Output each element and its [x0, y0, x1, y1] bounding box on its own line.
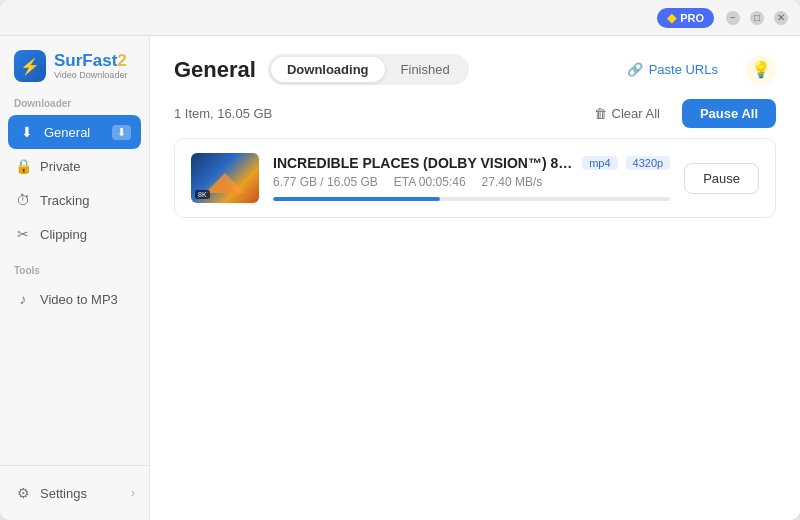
private-icon: 🔒: [14, 158, 32, 174]
app-window: ◆ PRO − □ ✕ ⚡ SurFast2 Video Downloader …: [0, 0, 800, 520]
tab-group: Downloading Finished: [268, 54, 469, 85]
sidebar-item-tracking[interactable]: ⏱ Tracking: [0, 183, 149, 217]
trash-icon: 🗑: [594, 106, 607, 121]
content-area: General Downloading Finished 🔗 Paste URL…: [150, 36, 800, 520]
header-right: 🔗 Paste URLs 💡: [615, 55, 776, 85]
clear-all-button[interactable]: 🗑 Clear All: [582, 100, 672, 127]
speed-stat: 27.40 MB/s: [482, 175, 543, 189]
paste-urls-button[interactable]: 🔗 Paste URLs: [615, 56, 730, 83]
progress-bar: [273, 197, 670, 201]
downloader-section-label: Downloader: [0, 98, 149, 115]
video-title: INCREDIBLE PLACES (DOLBY VISION™) 8K HDR: [273, 155, 574, 171]
music-icon: ♪: [14, 291, 32, 307]
settings-item[interactable]: ⚙ Settings ›: [0, 476, 149, 510]
pro-label: PRO: [680, 12, 704, 24]
content-header: General Downloading Finished 🔗 Paste URL…: [150, 36, 800, 85]
sidebar-item-label-private: Private: [40, 159, 80, 174]
logo-icon: ⚡: [14, 50, 46, 82]
video-stats: 6.77 GB / 16.05 GB ETA 00:05:46 27.40 MB…: [273, 175, 670, 189]
settings-left: ⚙ Settings: [14, 485, 87, 501]
clear-all-label: Clear All: [612, 106, 660, 121]
sidebar-item-label-clipping: Clipping: [40, 227, 87, 242]
maximize-button[interactable]: □: [750, 11, 764, 25]
chevron-right-icon: ›: [131, 486, 135, 500]
logo-sub: Video Downloader: [54, 71, 127, 80]
tab-finished[interactable]: Finished: [385, 57, 466, 82]
settings-icon: ⚙: [14, 485, 32, 501]
title-bar: ◆ PRO − □ ✕: [0, 0, 800, 36]
action-buttons: 🗑 Clear All Pause All: [582, 99, 776, 128]
pro-badge[interactable]: ◆ PRO: [657, 8, 714, 28]
main-layout: ⚡ SurFast2 Video Downloader Downloader ⬇…: [0, 36, 800, 520]
sidebar-footer: ⚙ Settings ›: [0, 465, 149, 520]
sidebar-item-private[interactable]: 🔒 Private: [0, 149, 149, 183]
page-title: General: [174, 57, 256, 83]
diamond-icon: ◆: [667, 11, 676, 25]
format-tag: mp4: [582, 156, 617, 170]
mountain-decoration: [205, 173, 245, 193]
video-info: INCREDIBLE PLACES (DOLBY VISION™) 8K HDR…: [273, 155, 670, 201]
active-badge: ⬇: [112, 125, 131, 140]
minimize-button[interactable]: −: [726, 11, 740, 25]
eta-stat: ETA 00:05:46: [394, 175, 466, 189]
download-icon: ⬇: [18, 124, 36, 140]
page-title-area: General Downloading Finished: [174, 54, 469, 85]
window-controls: − □ ✕: [726, 11, 788, 25]
sidebar-item-clipping[interactable]: ✂ Clipping: [0, 217, 149, 251]
thumb-overlay-text: 8K: [195, 190, 210, 199]
download-list: 8K INCREDIBLE PLACES (DOLBY VISION™) 8K …: [150, 138, 800, 520]
pause-button[interactable]: Pause: [684, 163, 759, 194]
downloaded-stat: 6.77 GB / 16.05 GB: [273, 175, 378, 189]
quality-tag: 4320p: [626, 156, 671, 170]
lightbulb-button[interactable]: 💡: [746, 55, 776, 85]
sidebar-item-video-to-mp3[interactable]: ♪ Video to MP3: [0, 282, 149, 316]
sidebar-item-label-general: General: [44, 125, 90, 140]
item-count: 1 Item, 16.05 GB: [174, 106, 272, 121]
tools-section-label: Tools: [0, 265, 149, 282]
progress-fill: [273, 197, 440, 201]
sidebar: ⚡ SurFast2 Video Downloader Downloader ⬇…: [0, 36, 150, 520]
clipping-icon: ✂: [14, 226, 32, 242]
tab-downloading[interactable]: Downloading: [271, 57, 385, 82]
app-logo: ⚡ SurFast2 Video Downloader: [0, 50, 149, 98]
tracking-icon: ⏱: [14, 192, 32, 208]
video-thumbnail: 8K: [191, 153, 259, 203]
sidebar-item-label-mp3: Video to MP3: [40, 292, 118, 307]
settings-label: Settings: [40, 486, 87, 501]
item-count-bar: 1 Item, 16.05 GB 🗑 Clear All Pause All: [150, 85, 800, 138]
paste-urls-label: Paste URLs: [649, 62, 718, 77]
link-icon: 🔗: [627, 62, 643, 77]
sidebar-item-label-tracking: Tracking: [40, 193, 89, 208]
video-title-row: INCREDIBLE PLACES (DOLBY VISION™) 8K HDR…: [273, 155, 670, 171]
lightbulb-icon: 💡: [751, 60, 771, 79]
logo-text: SurFast2: [54, 52, 127, 69]
pause-all-button[interactable]: Pause All: [682, 99, 776, 128]
logo-text-wrap: SurFast2 Video Downloader: [54, 52, 127, 80]
sidebar-item-general[interactable]: ⬇ General ⬇: [8, 115, 141, 149]
table-row: 8K INCREDIBLE PLACES (DOLBY VISION™) 8K …: [174, 138, 776, 218]
close-button[interactable]: ✕: [774, 11, 788, 25]
